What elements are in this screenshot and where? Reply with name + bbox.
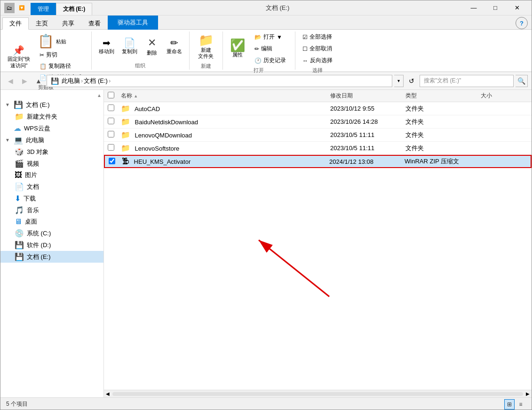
title-bar-left: 🗂 🔽 [4, 3, 27, 13]
ribbon-tab-share[interactable]: 共享 [55, 17, 81, 30]
history-button[interactable]: 🕐 历史记录 [251, 55, 289, 66]
file-row-heu-kms[interactable]: 🗜 HEU_KMS_Activator 2024/1/12 13:08 WinR… [104, 155, 532, 168]
pin-button[interactable]: 📌 固定到"快速访问" [4, 43, 33, 71]
nav-item-music[interactable]: 🎵 音乐 [0, 204, 103, 216]
ribbon-tab-home[interactable]: 主页 [29, 17, 55, 30]
up-button[interactable]: ▲ [32, 75, 45, 87]
main-layout: ▲ ▼ 💾 文档 (E:) 📁 新建文件夹 ☁ WPS云盘 ▼ 💻 此电脑 🎲 … [0, 90, 532, 397]
properties-button[interactable]: ✅ 属性 [227, 37, 248, 61]
new-folder-icon: 📁 [199, 34, 214, 46]
nav-item-video[interactable]: 🎬 视频 [0, 158, 103, 169]
ribbon-content: 📌 固定到"快速访问" 📋 粘贴 ✂ 剪切 📋 复制路径 [0, 30, 532, 72]
ribbon-group-clipboard: 📌 固定到"快速访问" 📋 粘贴 ✂ 剪切 📋 复制路径 [0, 32, 92, 70]
select-all-checkbox[interactable] [108, 92, 114, 98]
file-area: 名称 ▲ 修改日期 类型 大小 📁 AutoCAD 2023/10/12 9:5… [104, 90, 532, 397]
status-bar: 5 个项目 ⊞ ≡ [0, 397, 532, 410]
select-all-button[interactable]: ☑ 全部选择 [299, 32, 335, 42]
delete-button[interactable]: ✕ 删除 [142, 34, 162, 58]
horizontal-scrollbar[interactable]: ◀ ▶ [104, 390, 532, 397]
rename-button[interactable]: ✏ 重命名 [163, 36, 185, 57]
nav-item-documents[interactable]: 📄 文档 [0, 181, 103, 193]
nav-item-docs-e[interactable]: ▼ 💾 文档 (E:) [0, 99, 103, 111]
view-list-button[interactable]: ≡ [516, 399, 526, 410]
nav-item-new-folder[interactable]: 📁 新建文件夹 [0, 111, 103, 122]
history-icon: 🕐 [254, 57, 262, 64]
new-folder-button[interactable]: 📁 新建文件夹 [193, 32, 219, 62]
address-input[interactable]: 💾 此电脑 › 文档 (E:) › [47, 75, 392, 87]
col-size[interactable]: 大小 [481, 92, 528, 100]
window-title: 文档 (E:) [92, 4, 463, 12]
rename-icon: ✏ [170, 38, 178, 48]
nav-collapse-toggle[interactable]: ▲ [0, 92, 103, 99]
invert-icon: ↔ [302, 57, 308, 64]
back-button[interactable]: ◀ [4, 75, 16, 87]
paste-button[interactable]: 📋 粘贴 [34, 32, 87, 49]
select-label: 选择 [312, 66, 323, 74]
select-none-icon: ☐ [302, 46, 308, 52]
delete-icon: ✕ [148, 37, 156, 49]
window-icon: 🗂 [4, 3, 15, 13]
move-icon: ➡ [103, 38, 111, 48]
open-button[interactable]: 📂 打开 ▼ [251, 32, 289, 42]
ribbon-group-new: 📁 新建文件夹 新建 [190, 32, 223, 70]
ribbon-tab-file[interactable]: 文件 [2, 17, 29, 30]
edit-icon: ✏ [254, 46, 259, 52]
col-date[interactable]: 修改日期 [330, 92, 405, 100]
item-count: 5 个项目 [6, 400, 28, 408]
tab-drive[interactable]: 文档 (E:) [56, 3, 92, 15]
file-row-baidu[interactable]: 📁 BaiduNetdiskDownload 2023/10/26 14:28 … [104, 115, 532, 129]
folder-icon-2: 📁 [121, 118, 130, 126]
address-dropdown[interactable]: ▾ [394, 75, 404, 87]
open-label: 打开 [254, 66, 264, 74]
nav-item-system-c[interactable]: 💿 系统 (C:) [0, 227, 103, 239]
move-to-button[interactable]: ➡ 移动到 [95, 36, 118, 57]
cut-icon: ✂ [40, 52, 44, 58]
nav-item-docs-e2[interactable]: 💾 文档 (E:) [0, 251, 103, 263]
nav-item-this-pc[interactable]: ▼ 💻 此电脑 [0, 134, 103, 146]
paste-icon: 📋 [38, 35, 54, 48]
help-btn[interactable]: ? [516, 17, 528, 29]
close-button[interactable]: ✕ [506, 0, 528, 16]
nav-item-pictures[interactable]: 🖼 图片 [0, 169, 103, 181]
copy-path-icon: 📋 [40, 63, 47, 70]
nav-item-software-d[interactable]: 💾 软件 (D:) [0, 239, 103, 251]
title-bar: 🗂 🔽 管理 文档 (E:) 文档 (E:) — □ ✕ [0, 0, 532, 16]
file-row-lenovo-qm[interactable]: 📁 LenovoQMDownload 2023/10/5 11:11 文件夹 [104, 129, 532, 142]
ribbon-group-organize: ➡ 移动到 📄 复制到 ✕ 删除 ✏ 重命名 组织 [92, 32, 190, 70]
col-type[interactable]: 类型 [405, 92, 481, 100]
tab-manage[interactable]: 管理 [31, 3, 56, 15]
h-scroll-right[interactable]: ▶ [524, 390, 532, 398]
folder-icon-4: 📁 [121, 144, 130, 152]
file-row-lenovo-soft[interactable]: 📁 LenovoSoftstore 2023/10/5 11:11 文件夹 [104, 142, 532, 155]
invert-select-button[interactable]: ↔ 反向选择 [299, 55, 336, 66]
refresh-button[interactable]: ↺ [405, 75, 418, 87]
h-scroll-left[interactable]: ◀ [104, 390, 111, 398]
nav-item-downloads[interactable]: ⬇ 下载 [0, 193, 103, 204]
file-row-autocad[interactable]: 📁 AutoCAD 2023/10/12 9:55 文件夹 [104, 102, 532, 115]
ribbon-tab-drive-tools[interactable]: 驱动器工具 [108, 16, 158, 30]
minimize-button[interactable]: — [463, 0, 484, 16]
ribbon-tab-view[interactable]: 查看 [81, 17, 108, 30]
search-box[interactable]: 搜索"文档 (E:)" [420, 75, 514, 87]
properties-icon: ✅ [230, 39, 245, 51]
forward-button[interactable]: ▶ [18, 75, 31, 87]
copy-to-button[interactable]: 📄 复制到 [119, 36, 141, 57]
new-label: 新建 [201, 62, 211, 70]
organize-label: 组织 [135, 61, 145, 70]
maximize-button[interactable]: □ [484, 0, 506, 16]
window-controls: — □ ✕ [463, 0, 528, 16]
nav-item-wps[interactable]: ☁ WPS云盘 [0, 122, 103, 134]
file-list: 名称 ▲ 修改日期 类型 大小 📁 AutoCAD 2023/10/12 9:5… [104, 90, 532, 390]
col-name[interactable]: 名称 ▲ [121, 92, 330, 100]
nav-item-desktop[interactable]: 🖥 桌面 [0, 216, 103, 227]
nav-item-3d[interactable]: 🎲 3D 对象 [0, 146, 103, 158]
edit-button[interactable]: ✏ 编辑 [251, 43, 289, 54]
h-scroll-track[interactable] [112, 392, 523, 396]
search-button[interactable]: 🔍 [516, 75, 528, 87]
cut-button[interactable]: ✂ 剪切 [36, 49, 86, 60]
quick-access-btn[interactable]: 🔽 [16, 3, 27, 13]
view-details-button[interactable]: ⊞ [504, 399, 515, 410]
select-none-button[interactable]: ☐ 全部取消 [299, 43, 335, 54]
breadcrumb: 此电脑 › 文档 (E:) › [62, 77, 111, 85]
copy-path-button[interactable]: 📋 复制路径 [36, 61, 86, 72]
